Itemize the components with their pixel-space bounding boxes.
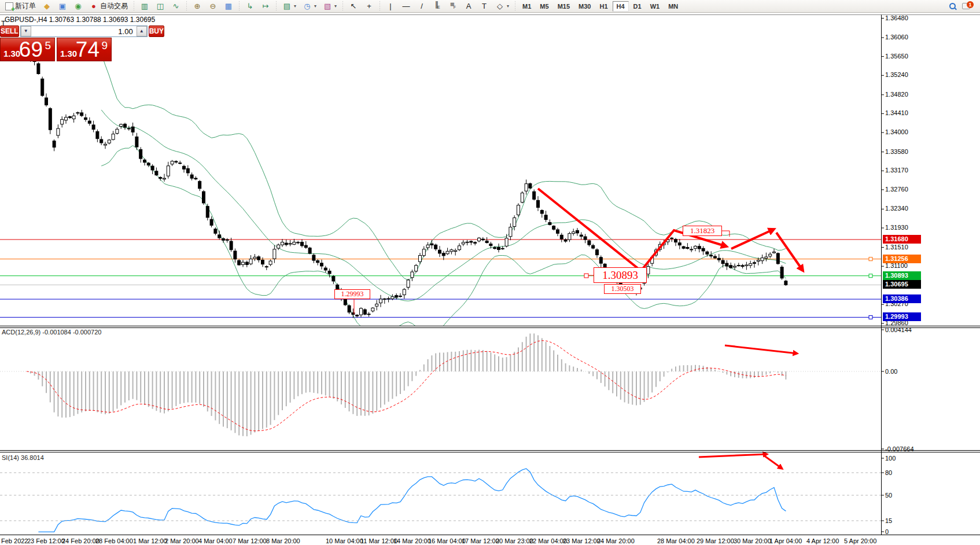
- volume-decrease-button[interactable]: ▼: [21, 26, 31, 36]
- chat-icon[interactable]: 1: [959, 1, 978, 12]
- timeframe-button-d1[interactable]: D1: [629, 1, 646, 12]
- tile-windows-icon: ▦: [224, 2, 233, 11]
- rsi-axis-tick: 100: [885, 455, 896, 462]
- chart-canvas[interactable]: [0, 0, 980, 545]
- y-axis-tick: 1.32760: [885, 186, 908, 193]
- toolbar-separator: [185, 1, 188, 12]
- timeframe-button-m30[interactable]: M30: [574, 1, 595, 12]
- channel-icon: ∥E: [433, 0, 442, 12]
- profiles-icon[interactable]: ◷▾: [300, 1, 319, 12]
- zoom-in-icon: ⊕: [193, 2, 202, 11]
- date-label: 28 Mar 04:00: [657, 537, 695, 544]
- y-axis-tick: 1.31100: [885, 262, 908, 269]
- macd-label: ACD(12,26,9) -0.001084 -0.000720: [2, 329, 101, 336]
- zoom-out-icon: ⊖: [208, 2, 218, 11]
- fibonacci-icon: ≡F: [448, 0, 458, 12]
- alerts-icon[interactable]: ◉: [71, 1, 86, 12]
- date-label: 28 Feb 04:00: [95, 537, 133, 544]
- price-annotation: 1.30893: [594, 267, 647, 283]
- crosshair-icon: +: [364, 2, 374, 11]
- y-axis-tick: 1.35650: [885, 53, 908, 60]
- timeframe-button-m5[interactable]: M5: [536, 1, 552, 12]
- trendline-icon[interactable]: /: [414, 1, 429, 12]
- label-icon: T: [480, 2, 489, 11]
- date-label: 14 Mar 20:00: [393, 537, 431, 544]
- new-order-button[interactable]: 新订单: [2, 1, 39, 12]
- label-icon[interactable]: T: [477, 1, 492, 12]
- zoom-out-icon[interactable]: ⊖: [205, 1, 220, 12]
- rsi-label: SI(14) 36.8014: [2, 454, 44, 461]
- autotrade-button: ●: [89, 2, 98, 11]
- dropdown-caret-icon: ▾: [294, 3, 296, 9]
- y-axis-price-badge: 1.30893: [883, 271, 921, 280]
- buy-button[interactable]: BUY: [149, 25, 164, 37]
- toolbar-separator: [132, 1, 135, 12]
- chart-shift-icon[interactable]: ↦: [258, 1, 273, 12]
- channel-icon[interactable]: ∥E: [430, 1, 445, 12]
- auto-scroll-icon[interactable]: ↳: [242, 1, 257, 12]
- macd-axis-tick: -0.007664: [885, 445, 914, 452]
- toolbar-separator: [378, 1, 381, 12]
- date-label: 11 Mar 12:00: [360, 537, 397, 544]
- buy-price-box[interactable]: 1.30 74 9: [57, 38, 112, 61]
- history-center-icon[interactable]: ◆: [39, 1, 54, 12]
- news-icon[interactable]: ▣: [55, 1, 70, 12]
- macd-pane: [27, 333, 786, 436]
- volume-input[interactable]: [31, 26, 137, 36]
- tile-windows-icon[interactable]: ▦: [221, 1, 236, 12]
- bar-chart-icon[interactable]: ▥: [137, 1, 152, 12]
- autotrade-button[interactable]: ●自动交易: [86, 1, 131, 12]
- y-axis-tick: 1.32340: [885, 205, 908, 212]
- vertical-line-icon[interactable]: |: [383, 1, 398, 12]
- search-icon[interactable]: [946, 1, 959, 12]
- line-chart-icon: ∿: [171, 2, 180, 11]
- date-label: 23 Feb 12:00: [27, 537, 65, 544]
- candlestick-icon[interactable]: ◫: [153, 1, 168, 12]
- buy-price-big: 74: [76, 38, 100, 62]
- one-click-trading-panel: SELL ▼ ▲ BUY 1.30 69 5 1.30 74 9: [0, 25, 112, 61]
- timeframe-button-m1[interactable]: M1: [518, 1, 535, 12]
- vertical-line-icon: |: [386, 2, 395, 11]
- toolbar: 新订单◆▣◉●自动交易▥◫∿⊕⊖▦↳↦▤▾◷▾▧▾↖+|—/∥E≡FAT◇▾M1…: [0, 0, 980, 13]
- zoom-in-icon[interactable]: ⊕: [190, 1, 205, 12]
- buy-price-small: 1.30: [60, 49, 77, 58]
- chat-icon: 1: [962, 3, 970, 9]
- sell-button[interactable]: SELL: [0, 25, 19, 37]
- line-chart-icon[interactable]: ∿: [168, 1, 183, 12]
- new-chart-icon[interactable]: ▤▾: [279, 1, 299, 12]
- new-order-button: [5, 2, 13, 10]
- chart-shift-icon: ↦: [261, 2, 270, 11]
- timeframe-button-m15[interactable]: M15: [554, 1, 574, 12]
- y-axis-tick: 1.35240: [885, 71, 908, 78]
- y-axis-tick: 1.31510: [885, 244, 908, 251]
- rsi-pane: [38, 469, 786, 532]
- indicators-icon: ▧: [323, 2, 332, 11]
- timeframe-button-h1[interactable]: H1: [595, 1, 611, 12]
- date-label: 8 Mar 20:00: [266, 537, 300, 544]
- date-label: 17 Mar 12:00: [462, 537, 499, 544]
- new-chart-icon: ▤: [282, 2, 292, 11]
- y-axis-tick: 1.34000: [885, 128, 908, 135]
- date-label: 1 Mar 12:00: [133, 537, 167, 544]
- indicators-icon[interactable]: ▧▾: [320, 1, 340, 12]
- timeframe-button-w1[interactable]: W1: [646, 1, 664, 12]
- volume-increase-button[interactable]: ▲: [137, 26, 147, 36]
- crosshair-icon[interactable]: +: [362, 1, 377, 12]
- text-icon[interactable]: A: [461, 1, 476, 12]
- fibonacci-icon[interactable]: ≡F: [445, 1, 460, 12]
- sell-price-box[interactable]: 1.30 69 5: [0, 38, 55, 61]
- timeframe-button-mn[interactable]: MN: [664, 1, 682, 12]
- arrows-icon[interactable]: ◇▾: [492, 1, 512, 12]
- rsi-axis-tick: 0: [885, 528, 889, 535]
- y-axis-price-badge: 1.31680: [883, 235, 921, 244]
- date-label: 22 Mar 04:00: [529, 537, 567, 544]
- date-label: 7 Mar 12:00: [233, 537, 267, 544]
- sell-price-big: 69: [19, 38, 43, 62]
- date-label: 16 Mar 04:00: [428, 537, 466, 544]
- date-label: 1 Apr 04:00: [769, 537, 802, 544]
- horizontal-line-icon[interactable]: —: [399, 1, 414, 12]
- date-label: 30 Mar 20:00: [734, 537, 771, 544]
- timeframe-button-h4[interactable]: H4: [613, 1, 629, 12]
- main-price-pane: [0, 38, 881, 336]
- cursor-icon[interactable]: ↖: [346, 1, 361, 12]
